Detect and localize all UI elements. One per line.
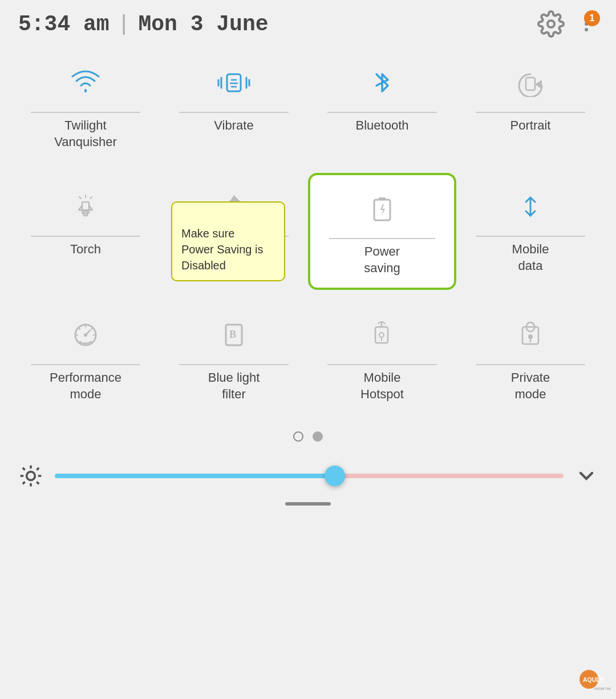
svg-line-45: [37, 467, 39, 470]
brightness-icon: [18, 463, 43, 488]
performance-icon: [68, 318, 103, 352]
qs-twilight[interactable]: TwilightVanquisher: [11, 49, 160, 161]
qs-vibrate[interactable]: Vibrate: [160, 49, 308, 161]
bottom-handle[interactable]: [0, 494, 616, 514]
hotspot-icon-area: [365, 315, 399, 355]
time-date: 5:34 am | Mon 3 June: [18, 12, 269, 37]
qs-portrait[interactable]: Portrait: [456, 49, 605, 161]
private-label: Privatemode: [511, 370, 550, 402]
quick-settings-row3: Performancemode B Blue lightfilter Mobil…: [0, 296, 616, 419]
brightness-slider-track[interactable]: [55, 474, 564, 478]
performance-icon-area: [68, 315, 103, 355]
separator: |: [117, 12, 131, 37]
svg-line-24: [78, 328, 80, 329]
svg-point-31: [379, 333, 384, 337]
torch-label: Torch: [70, 241, 101, 258]
quick-settings-row1: TwilightVanquisher Vibrate Blueto: [0, 43, 616, 167]
qs-torch[interactable]: Torch: [11, 173, 160, 290]
divider: [476, 236, 585, 237]
brightness-slider-thumb[interactable]: [325, 466, 345, 486]
divider: [31, 236, 140, 237]
svg-line-14: [79, 197, 81, 199]
svg-text:AQULS: AQULS: [583, 676, 604, 683]
divider: [329, 238, 435, 239]
svg-line-23: [91, 328, 93, 329]
page-indicators: [0, 420, 616, 453]
tooltip-box: Make sure Power Saving is Disabled: [171, 201, 285, 281]
page-dot-1[interactable]: [293, 431, 303, 442]
twilight-label: TwilightVanquisher: [54, 118, 117, 150]
hotspot-icon: [365, 318, 399, 352]
page-dot-2[interactable]: [313, 431, 323, 442]
gear-icon[interactable]: [537, 10, 565, 38]
qs-bluetooth[interactable]: Bluetooth: [308, 49, 456, 161]
svg-text:FROM THE EXPERTS: FROM THE EXPERTS: [594, 687, 611, 690]
handle-bar: [285, 502, 331, 506]
hotspot-label: MobileHotspot: [360, 370, 404, 402]
svg-text:B: B: [229, 329, 236, 340]
qs-private[interactable]: Privatemode: [456, 301, 605, 414]
bluetooth-icon: [365, 68, 399, 97]
vibrate-icon: [217, 68, 251, 97]
private-icon: [513, 318, 548, 352]
private-icon-area: [513, 315, 548, 355]
svg-point-26: [84, 333, 87, 337]
bluelight-icon: B: [217, 318, 251, 352]
status-icons: 1: [537, 10, 598, 38]
qs-flight[interactable]: Make sure Power Saving is Disabled Fligh…: [160, 173, 308, 290]
wifi-icon: [68, 68, 103, 97]
watermark: AQULS FROM THE EXPERTS: [576, 666, 610, 694]
bluetooth-label: Bluetooth: [356, 118, 409, 134]
power-saving-label: Powersaving: [364, 244, 400, 276]
divider: [327, 364, 437, 365]
time: 5:34 am: [18, 12, 110, 37]
divider: [31, 112, 140, 113]
svg-line-42: [23, 467, 25, 470]
qs-bluelight[interactable]: B Blue lightfilter: [160, 301, 308, 414]
wifi-icon-area: [68, 63, 103, 103]
battery-icon-area: [365, 189, 399, 229]
svg-point-0: [548, 21, 554, 27]
portrait-icon-area: [513, 63, 548, 103]
svg-point-37: [27, 471, 35, 480]
bluelight-icon-area: B: [217, 315, 251, 355]
vibrate-icon-area: [217, 63, 251, 103]
svg-line-44: [23, 482, 25, 484]
performance-label: Performancemode: [50, 370, 121, 402]
notification-area[interactable]: 1: [575, 10, 598, 38]
watermark-logo: AQULS FROM THE EXPERTS: [576, 666, 610, 694]
quick-settings-row2: Torch Make sure Power Saving is Disabled…: [0, 167, 616, 296]
tooltip-text: Make sure Power Saving is Disabled: [181, 227, 263, 272]
status-bar: 5:34 am | Mon 3 June 1: [0, 0, 616, 43]
qs-mobile-data[interactable]: Mobiledata: [456, 173, 605, 290]
chevron-down-icon[interactable]: [575, 464, 598, 487]
divider: [179, 112, 289, 113]
divider: [476, 364, 585, 365]
vibrate-label: Vibrate: [214, 118, 253, 134]
rotate-icon: [513, 68, 548, 97]
svg-line-15: [90, 197, 92, 199]
battery-icon: [365, 192, 399, 226]
divider: [179, 364, 289, 365]
divider: [327, 112, 437, 113]
divider: [476, 112, 585, 113]
bluelight-label: Blue lightfilter: [208, 370, 260, 402]
mobile-data-label: Mobiledata: [512, 241, 549, 274]
notification-badge: 1: [584, 10, 600, 26]
date: Mon 3 June: [138, 12, 268, 37]
portrait-label: Portrait: [510, 118, 551, 134]
qs-performance[interactable]: Performancemode: [11, 301, 160, 414]
svg-rect-10: [526, 78, 535, 90]
mobile-data-icon: [513, 189, 548, 224]
data-icon-area: [513, 187, 548, 227]
qs-power-saving[interactable]: Powersaving: [308, 173, 456, 290]
brightness-bar: [0, 458, 616, 494]
svg-line-43: [37, 482, 39, 484]
torch-icon: [68, 189, 103, 224]
qs-hotspot[interactable]: MobileHotspot: [308, 301, 456, 414]
svg-marker-9: [535, 80, 542, 89]
svg-rect-17: [379, 197, 386, 200]
divider: [31, 364, 140, 365]
bluetooth-icon-area: [365, 63, 399, 103]
torch-icon-area: [68, 187, 103, 227]
